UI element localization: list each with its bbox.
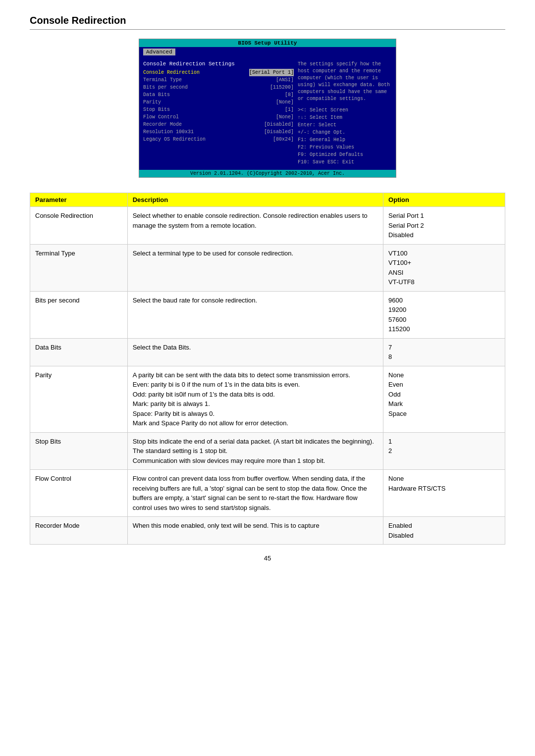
- bios-section-title: Console Redirection Settings: [143, 61, 294, 67]
- table-cell-desc: Select the Data Bits.: [127, 338, 383, 366]
- main-table: Parameter Description Option Console Red…: [30, 193, 505, 545]
- page-title: Console Redirection: [30, 15, 505, 30]
- bios-help-text: The settings specify how the host comput…: [298, 61, 392, 102]
- bios-keybinding: ↑↓: Select Item: [298, 114, 392, 121]
- bios-row-value: [None]: [276, 113, 294, 121]
- table-row: Bits per secondSelect the baud rate for …: [30, 291, 505, 338]
- table-cell-param: Stop Bits: [30, 432, 128, 470]
- bios-row: Parity[None]: [143, 99, 294, 106]
- page-number: 45: [30, 554, 505, 562]
- table-cell-desc: Select the baud rate for console redirec…: [127, 291, 383, 338]
- bios-row-value: [80x24]: [273, 136, 294, 143]
- table-cell-param: Console Redirection: [30, 207, 128, 245]
- table-row: Stop BitsStop bits indicate the end of a…: [30, 432, 505, 470]
- bios-row-value: [8]: [285, 91, 294, 99]
- bios-row-label: Console Redirection: [143, 69, 200, 76]
- bios-row: Recorder Mode[Disabled]: [143, 121, 294, 128]
- bios-right-panel: The settings specify how the host comput…: [298, 61, 392, 166]
- table-cell-option: Serial Port 1Serial Port 2Disabled: [383, 207, 505, 245]
- bios-keybinding: F9: Optimized Defaults: [298, 151, 392, 158]
- bios-row: Stop Bits[1]: [143, 106, 294, 113]
- bios-row-label: Parity: [143, 99, 161, 106]
- table-cell-param: Recorder Mode: [30, 517, 128, 545]
- table-cell-param: Bits per second: [30, 291, 128, 338]
- table-cell-option: VT100VT100+ANSIVT-UTF8: [383, 244, 505, 291]
- bios-row: Flow Control[None]: [143, 113, 294, 121]
- table-cell-param: Terminal Type: [30, 244, 128, 291]
- header-description: Description: [127, 193, 383, 207]
- table-cell-desc: A parity bit can be sent with the data b…: [127, 366, 383, 432]
- bios-row-label: Recorder Mode: [143, 121, 182, 128]
- table-row: Data BitsSelect the Data Bits.78: [30, 338, 505, 366]
- table-row: Console RedirectionSelect whether to ena…: [30, 207, 505, 245]
- bios-keybinding: Enter: Select: [298, 121, 392, 129]
- table-row: ParityA parity bit can be sent with the …: [30, 366, 505, 432]
- table-cell-desc: Flow control can prevent data loss from …: [127, 470, 383, 517]
- table-cell-param: Data Bits: [30, 338, 128, 366]
- table-cell-option: NoneEvenOddMarkSpace: [383, 366, 505, 432]
- bios-row: Console Redirection[Serial Port 1]: [143, 69, 294, 76]
- bios-row-value: [Disabled]: [264, 121, 294, 128]
- table-cell-option: 96001920057600115200: [383, 291, 505, 338]
- bios-footer: Version 2.01.1204. (C)Copyright 2002-201…: [139, 170, 396, 177]
- bios-row-value: [Serial Port 1]: [249, 69, 294, 76]
- table-cell-desc: Select a terminal type to be used for co…: [127, 244, 383, 291]
- bios-tab-advanced: Advanced: [143, 49, 175, 55]
- table-cell-option: 12: [383, 432, 505, 470]
- bios-row-label: Stop Bits: [143, 106, 170, 113]
- bios-row: Data Bits[8]: [143, 91, 294, 99]
- bios-keybinding: +/-: Change Opt.: [298, 129, 392, 136]
- bios-row-value: [1]: [285, 106, 294, 113]
- bios-row: Legacy OS Redirection[80x24]: [143, 136, 294, 143]
- table-cell-option: EnabledDisabled: [383, 517, 505, 545]
- bios-row-value: [115200]: [270, 84, 294, 91]
- table-cell-option: 78: [383, 338, 505, 366]
- bios-left-panel: Console Redirection Settings Console Red…: [143, 61, 294, 166]
- table-cell-desc: When this mode enabled, only text will b…: [127, 517, 383, 545]
- bios-keybinding: ><: Select Screen: [298, 106, 392, 114]
- table-row: Recorder ModeWhen this mode enabled, onl…: [30, 517, 505, 545]
- table-body: Console RedirectionSelect whether to ena…: [30, 207, 505, 545]
- bios-rows: Console Redirection[Serial Port 1]Termin…: [143, 69, 294, 143]
- table-cell-param: Flow Control: [30, 470, 128, 517]
- bios-keybinding: F10: Save ESC: Exit: [298, 158, 392, 166]
- bios-keybindings: ><: Select Screen↑↓: Select ItemEnter: S…: [298, 106, 392, 166]
- bios-row: Bits per second[115200]: [143, 84, 294, 91]
- bios-title-bar: BIOS Setup Utility: [139, 39, 396, 47]
- bios-row-value: [ANSI]: [276, 76, 294, 84]
- bios-content: Console Redirection Settings Console Red…: [139, 57, 396, 170]
- bios-row-value: [Disabled]: [264, 128, 294, 136]
- bios-screenshot: BIOS Setup Utility Advanced Console Redi…: [139, 39, 396, 178]
- bios-keybinding: F1: General Help: [298, 136, 392, 144]
- table-cell-desc: Select whether to enable console redirec…: [127, 207, 383, 245]
- bios-row: Resolution 100x31[Disabled]: [143, 128, 294, 136]
- bios-row-label: Bits per second: [143, 84, 188, 91]
- bios-row-label: Flow Control: [143, 113, 179, 121]
- table-row: Flow ControlFlow control can prevent dat…: [30, 470, 505, 517]
- bios-row-label: Resolution 100x31: [143, 128, 194, 136]
- header-parameter: Parameter: [30, 193, 128, 207]
- bios-row: Terminal Type[ANSI]: [143, 76, 294, 84]
- table-cell-param: Parity: [30, 366, 128, 432]
- table-cell-option: NoneHardware RTS/CTS: [383, 470, 505, 517]
- bios-keybinding: F2: Previous Values: [298, 144, 392, 151]
- bios-tab-bar: Advanced: [139, 47, 396, 57]
- bios-row-label: Legacy OS Redirection: [143, 136, 206, 143]
- bios-row-label: Terminal Type: [143, 76, 182, 84]
- bios-row-value: [None]: [276, 99, 294, 106]
- table-cell-desc: Stop bits indicate the end of a serial d…: [127, 432, 383, 470]
- bios-row-label: Data Bits: [143, 91, 170, 99]
- table-row: Terminal TypeSelect a terminal type to b…: [30, 244, 505, 291]
- header-option: Option: [383, 193, 505, 207]
